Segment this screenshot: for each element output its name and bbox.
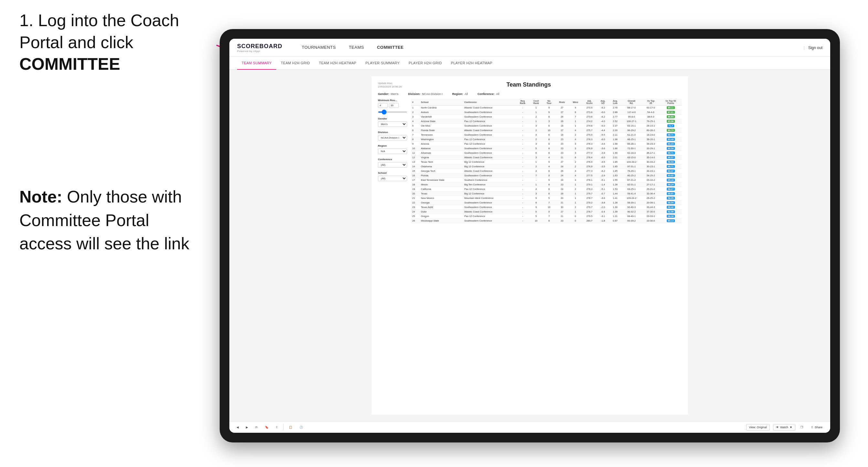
table-row: 9 Arizona Pac-12 Conference - 3 8 23 3 2… [411,142,682,146]
toolbar-reload[interactable]: ⟳ [253,424,260,430]
toolbar-bookmark[interactable]: 🔖 [263,424,270,430]
td-avg-low: 1.53 [609,187,621,191]
td-conf-rank: 9 [529,196,543,200]
td-adj-score: 274.2 [582,119,597,124]
school-select[interactable]: (All) [378,176,407,181]
toolbar-forward[interactable]: ▶ [244,424,250,430]
tablet-screen: SCOREBOARD Powered by clippi TOURNAMENTS… [229,39,830,433]
toolbar-share-small[interactable]: ⇧ [274,424,280,430]
min-rounds-inputs [378,103,407,108]
nav-item-committee[interactable]: COMMITTEE [371,39,410,57]
td-conf-rank: 4 [529,187,543,191]
td-vs25: 36-17-1 [642,151,660,155]
note-section: Note: Only those with Committee Portal a… [20,185,200,255]
min-val-2[interactable] [389,103,399,108]
td-adj-score: 274.8 [582,124,597,128]
division-select-group: Division NCAA Division I [378,131,407,141]
sub-nav-player-h2h-heatmap[interactable]: PLAYER H2H HEATMAP [446,57,497,70]
td-rnds: 21 [555,214,569,219]
td-no-tour: 8 [543,169,555,174]
committee-bold: COMMITTEE [20,55,120,73]
td-vs25: 37-30-0 [642,210,660,214]
app-navbar: SCOREBOARD Powered by clippi TOURNAMENTS… [229,39,830,57]
td-conf-rank: 2 [529,137,543,142]
td-reg-rank: - [516,142,529,146]
td-rank: 26 [411,219,420,223]
td-rank: 22 [411,200,420,205]
sub-nav-team-h2h-heatmap[interactable]: TEAM H2H HEATMAP [314,57,361,70]
td-no-tour: 8 [543,187,555,191]
td-conference: Pac-12 Conference [463,142,516,146]
td-reg-rank: - [516,137,529,142]
sub-nav-team-h2h-grid[interactable]: TEAM H2H GRID [276,57,314,70]
sub-nav-team-summary[interactable]: TEAM SUMMARY [237,57,276,70]
td-avg-sg: -5.2 [597,105,609,110]
watch-btn[interactable]: 👁 Watch ▼ [773,424,795,431]
td-adj-score: 277.0 [582,151,597,155]
division-filter-value: NCAA Division I [422,92,442,96]
td-overall: 76-29-1 [621,169,642,174]
td-vs25: 54-4-0 [642,110,660,115]
td-rnds: 23 [555,137,569,142]
td-no-tour: 6 [543,124,555,128]
gender-select[interactable]: Men's [378,121,407,127]
td-rnds: 23 [555,146,569,151]
td-pts: 58.54 [660,200,682,205]
conference-select[interactable]: (All) [378,162,407,167]
td-rnds: 23 [555,142,569,146]
sign-out[interactable]: | Sign out [803,45,823,50]
td-reg-rank: - [516,214,529,219]
toolbar-time[interactable]: 🕐 [298,424,305,430]
note-text: Note: Only those with Committee Portal a… [20,185,200,255]
share-btn[interactable]: ⇧ Share [808,424,825,430]
td-adj-score: 275.7 [582,128,597,133]
td-overall: 96-29-2 [621,128,642,133]
td-avg-sg: -2.9 [597,174,609,178]
td-pts: 65.13 [660,219,682,223]
td-pts: 66.57 [660,155,682,160]
td-avg-sg: -6.2 [597,115,609,119]
min-val-1[interactable] [378,103,388,108]
nav-item-tournaments[interactable]: TOURNAMENTS [295,39,342,57]
td-rnds: 26 [555,119,569,124]
sub-nav-player-summary[interactable]: PLAYER SUMMARY [361,57,404,70]
td-wins: 4 [569,169,582,174]
table-row: 25 Oregon Pac-12 Conference - 5 7 21 0 2… [411,214,682,219]
region-select[interactable]: N/A [378,149,407,154]
td-reg-rank: - [516,124,529,128]
td-conference: Southern Conference [463,178,516,183]
toolbar-expand[interactable]: ❐ [799,424,805,430]
division-select[interactable]: NCAA Division I [378,135,407,141]
td-rank: 3 [411,115,420,119]
td-avg-low: 2.88 [609,110,621,115]
min-rounds-slider[interactable] [378,112,407,113]
td-avg-sg: -5.1 [597,187,609,191]
sub-nav-player-h2h-grid[interactable]: PLAYER H2H GRID [404,57,446,70]
update-time-label: Update time: [378,82,402,85]
view-original-btn[interactable]: View: Original [746,424,770,431]
td-reg-rank: - [516,146,529,151]
th-overall: OverallRd. [621,99,642,105]
standings-table: # School Conference RegRank ConfRank NoT… [411,99,682,223]
td-school: Arkansas [420,151,463,155]
td-conference: Pac-12 Conference [463,137,516,142]
td-conf-rank: 2 [529,128,543,133]
td-vs25: 29-25-2 [642,196,660,200]
td-adj-score: 276.3 [582,142,597,146]
toolbar-copy[interactable]: 📋 [287,424,294,430]
toolbar-back[interactable]: ◀ [235,424,241,430]
eye-icon: 👁 [776,426,779,429]
td-rnds: 27 [555,105,569,110]
td-rank: 21 [411,196,420,200]
td-avg-low: 1.55 [609,178,621,183]
gender-select-group: Gender Men's [378,117,407,127]
nav-item-teams[interactable]: TEAMS [342,39,371,57]
td-school: California [420,187,463,191]
td-no-tour: 8 [543,115,555,119]
min-rounds-label: Minimum Rou... [378,99,407,102]
td-no-tour: 9 [543,178,555,183]
td-rank: 9 [411,142,420,146]
step-number: 1. [20,11,33,30]
td-vs25: 44-24-1 [642,169,660,174]
table-row: 14 Oklahoma Big 12 Conference - 2 4 24 2… [411,164,682,169]
